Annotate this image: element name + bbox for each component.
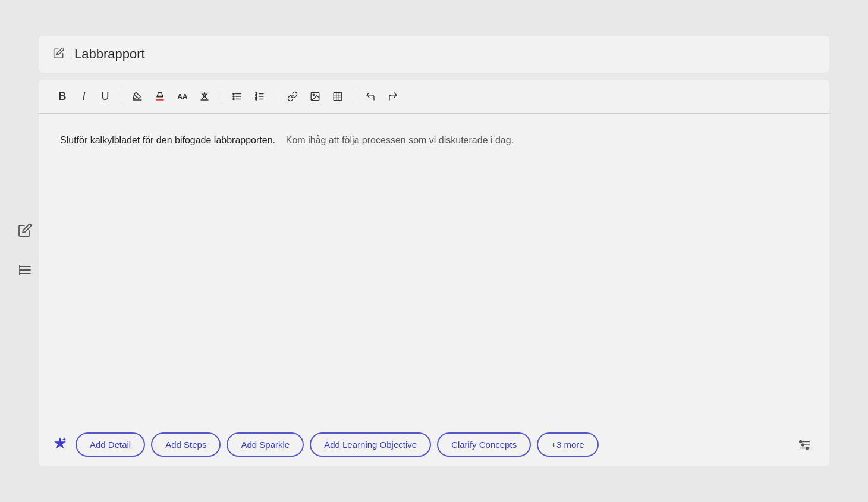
svg-rect-17 [334,92,342,101]
divider-2 [221,89,221,103]
svg-point-8 [233,98,234,99]
divider-3 [276,89,276,103]
divider-4 [354,89,354,103]
svg-text:3: 3 [255,97,257,101]
main-text: Slutför kalkylbladet för den bifogade la… [60,135,275,145]
action-bar: Add Detail Add Steps Add Sparkle Add Lea… [39,423,829,466]
svg-point-6 [233,93,234,94]
add-sparkle-button[interactable]: Add Sparkle [227,432,304,457]
clear-format-button[interactable] [194,87,215,106]
redo-button[interactable] [383,87,403,106]
add-detail-button[interactable]: Add Detail [76,432,145,457]
suggestion-text: Kom ihåg att följa processen som vi disk… [286,135,514,145]
editor-wrapper: Labbrapport B I U [39,36,829,466]
italic-button[interactable]: I [74,87,93,106]
ai-sparkle-icon [53,436,67,454]
sidebar-icons [18,223,32,279]
svg-point-16 [313,94,314,95]
svg-point-25 [800,440,802,443]
bold-button[interactable]: B [53,87,72,106]
undo-button[interactable] [360,87,380,106]
svg-rect-2 [156,99,164,101]
svg-point-27 [806,447,809,449]
editor-text-area: Slutför kalkylbladet för den bifogade la… [60,133,595,148]
document-title: Labbrapport [74,46,145,62]
divider-1 [121,89,121,103]
edit-sidebar-icon[interactable] [18,223,32,239]
title-bar: Labbrapport [39,36,829,73]
svg-point-7 [233,96,234,97]
link-button[interactable] [282,87,303,106]
more-button[interactable]: +3 more [537,432,598,457]
editor-card: B I U [39,80,829,466]
editor-content[interactable]: Slutför kalkylbladet för den bifogade la… [39,114,829,423]
page-container: Labbrapport B I U [0,0,868,502]
ordered-list-button[interactable]: 1 2 3 [250,87,270,106]
add-learning-objective-button[interactable]: Add Learning Objective [310,432,431,457]
add-steps-button[interactable]: Add Steps [151,432,221,457]
clarify-concepts-button[interactable]: Clarify Concepts [437,432,531,457]
underline-button[interactable]: U [96,87,115,106]
bullet-list-button[interactable] [227,87,247,106]
svg-point-26 [802,444,804,446]
font-color-button[interactable] [150,87,170,106]
image-button[interactable] [305,87,325,106]
edit-icon[interactable] [53,47,65,62]
settings-icon-button[interactable] [795,435,815,455]
font-size-button[interactable]: AA [172,87,192,106]
toolbar: B I U [39,80,829,114]
table-button[interactable] [328,87,348,106]
list-sidebar-icon[interactable] [18,263,32,279]
highlight-button[interactable] [127,87,147,106]
